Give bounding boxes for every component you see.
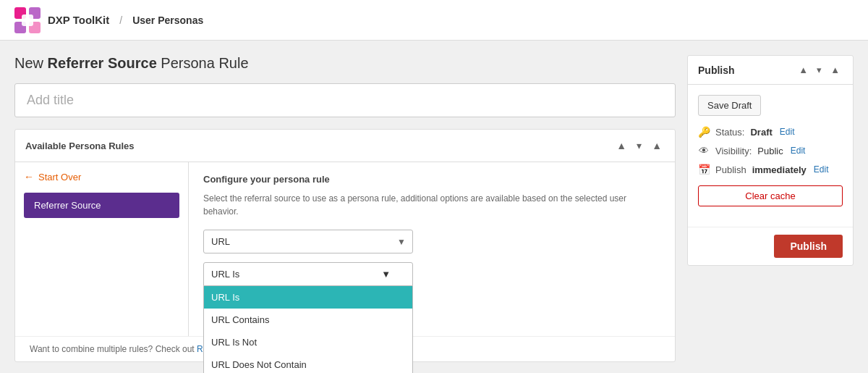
title-input[interactable]	[14, 83, 676, 117]
breadcrumb-section[interactable]: User Personas	[132, 14, 203, 26]
publish-time-label: Publish	[715, 164, 746, 175]
visibility-label: Visibility:	[715, 146, 752, 156]
persona-rules-panel: Available Persona Rules ▲ ▾ ▲ ← Start Ov…	[14, 129, 676, 362]
condition-option-url-is-not[interactable]: URL Is Not	[204, 331, 412, 353]
main-content: New Referrer Source Persona Rule Availab…	[0, 41, 868, 373]
condition-option-url-is[interactable]: URL Is	[204, 286, 412, 309]
condition-dropdown-trigger[interactable]: URL Is ▼	[203, 262, 413, 286]
condition-dropdown-arrow-icon: ▼	[381, 269, 391, 280]
visibility-value: Public	[757, 146, 783, 156]
condition-dropdown: URL Is ▼ URL Is URL Contains URL Is Not …	[203, 262, 413, 286]
start-over-label: Start Over	[38, 172, 81, 183]
status-row: 🔑 Status: Draft Edit	[698, 126, 843, 138]
publish-time-value: immediately	[752, 164, 807, 175]
status-value: Draft	[750, 127, 772, 138]
logo: DXP ToolKit / User Personas	[14, 7, 203, 33]
panel-controls: ▲ ▾ ▲	[613, 138, 665, 153]
url-type-select-wrapper: URL ▼	[203, 230, 413, 253]
content-area: New Referrer Source Persona Rule Availab…	[14, 55, 676, 362]
visibility-row: 👁 Visibility: Public Edit	[698, 145, 843, 156]
config-description: Select the referral source to use as a p…	[203, 192, 660, 218]
condition-dropdown-list: URL Is URL Contains URL Is Not URL Does …	[203, 286, 413, 373]
logo-icon	[14, 7, 41, 33]
status-icon: 🔑	[698, 126, 710, 138]
status-label: Status:	[715, 127, 744, 138]
panel-down-button[interactable]: ▾	[634, 138, 644, 153]
config-title: Configure your persona rule	[203, 174, 660, 185]
calendar-icon: 📅	[698, 164, 710, 175]
app-name: DXP ToolKit	[48, 14, 109, 26]
referrer-source-item[interactable]: Referrer Source	[24, 193, 179, 218]
visibility-edit-link[interactable]: Edit	[791, 146, 806, 156]
start-over-button[interactable]: ← Start Over	[24, 171, 179, 183]
publish-panel: Publish ▲ ▾ ▲ Save Draft 🔑 Status: Draft	[687, 55, 854, 266]
visibility-icon: 👁	[698, 145, 710, 156]
rule-config: Configure your persona rule Select the r…	[189, 162, 675, 336]
clear-cache-button[interactable]: Clear cache	[698, 185, 843, 206]
publish-meta: 🔑 Status: Draft Edit 👁 Visibility: Publi…	[698, 126, 843, 175]
page-title: New Referrer Source Persona Rule	[14, 55, 676, 72]
svg-rect-4	[22, 14, 33, 26]
rule-body: ← Start Over Referrer Source Configure y…	[15, 162, 675, 336]
publish-body: Save Draft 🔑 Status: Draft Edit 👁 Visibi…	[688, 85, 853, 227]
app-header: DXP ToolKit / User Personas	[0, 0, 868, 41]
panel-title: Available Persona Rules	[25, 141, 135, 151]
publish-footer: Publish	[688, 227, 853, 265]
breadcrumb-separator: /	[119, 14, 122, 26]
save-draft-button[interactable]: Save Draft	[698, 95, 761, 116]
panel-collapse-button[interactable]: ▲	[649, 138, 665, 153]
footer-combine-text: Want to combine multiple rules? Check ou…	[30, 344, 195, 354]
publish-collapse-button[interactable]: ▲	[827, 63, 843, 77]
url-type-select[interactable]: URL	[203, 230, 413, 253]
publish-time-row: 📅 Publish immediately Edit	[698, 164, 843, 175]
publish-button[interactable]: Publish	[774, 235, 843, 258]
condition-option-url-does-not-contain[interactable]: URL Does Not Contain	[204, 353, 412, 373]
publish-down-button[interactable]: ▾	[814, 63, 825, 77]
publish-panel-title: Publish	[698, 64, 735, 76]
rule-sidebar: ← Start Over Referrer Source	[15, 162, 189, 336]
publish-up-button[interactable]: ▲	[796, 63, 811, 77]
publish-sidebar: Publish ▲ ▾ ▲ Save Draft 🔑 Status: Draft	[687, 55, 854, 266]
publish-panel-header: Publish ▲ ▾ ▲	[688, 56, 853, 85]
status-edit-link[interactable]: Edit	[780, 127, 795, 137]
condition-selected-value: URL Is	[211, 269, 239, 280]
condition-option-url-contains[interactable]: URL Contains	[204, 309, 412, 331]
publish-header-controls: ▲ ▾ ▲	[796, 63, 843, 77]
publish-time-edit-link[interactable]: Edit	[814, 164, 829, 175]
start-over-arrow-icon: ←	[24, 171, 34, 183]
panel-header: Available Persona Rules ▲ ▾ ▲	[15, 130, 675, 162]
panel-up-button[interactable]: ▲	[613, 138, 629, 153]
